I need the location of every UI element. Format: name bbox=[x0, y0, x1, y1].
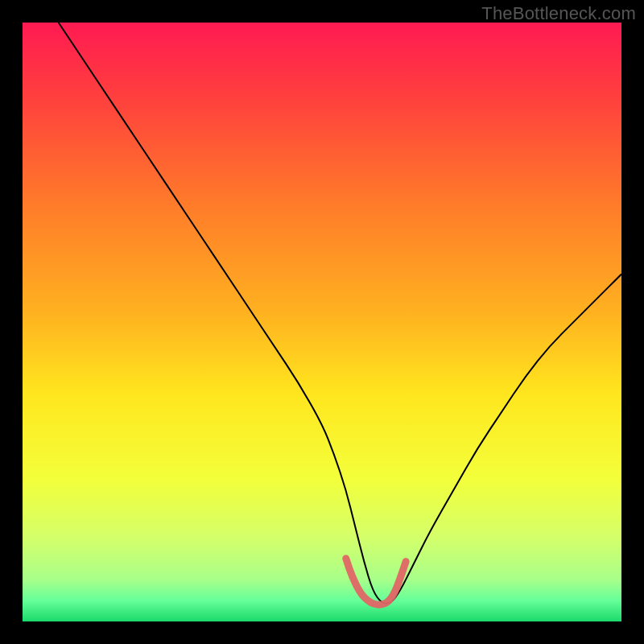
watermark-text: TheBottleneck.com bbox=[481, 3, 636, 24]
plot-area bbox=[23, 23, 621, 621]
chart-frame: TheBottleneck.com bbox=[0, 0, 644, 644]
chart-svg bbox=[23, 23, 621, 621]
gradient-background bbox=[23, 23, 621, 621]
